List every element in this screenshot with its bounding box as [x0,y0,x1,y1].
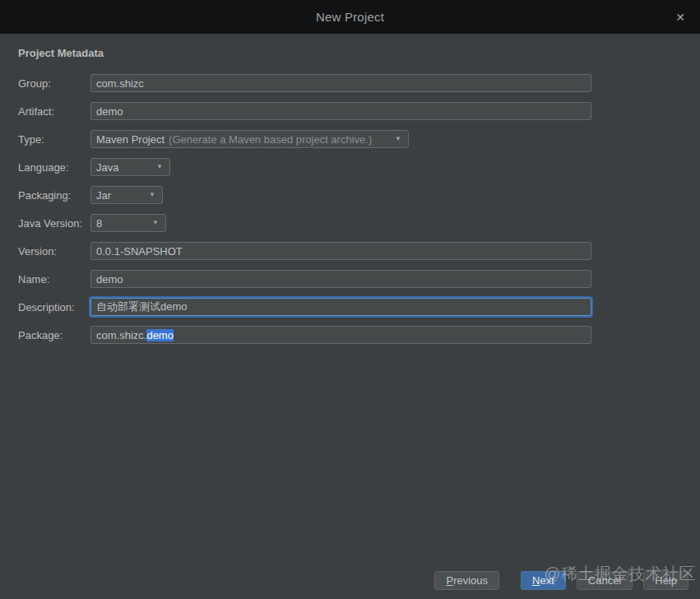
name-input[interactable]: demo [90,270,591,288]
help-button[interactable]: Help [643,571,688,590]
previous-button[interactable]: Previous [434,571,499,590]
java-version-row: Java Version: 8 ▼ [18,214,700,232]
chevron-down-icon: ▼ [395,136,401,142]
group-row: Group: com.shizc [18,74,700,92]
language-value: Java [96,161,118,174]
type-select[interactable]: Maven Project (Generate a Maven based pr… [90,130,409,148]
dialog-content: Project Metadata Group: com.shizc Artifa… [0,34,700,344]
dialog-titlebar: New Project ✕ [0,0,700,34]
artifact-input[interactable]: demo [90,102,591,120]
type-hint: (Generate a Maven based project archive.… [169,133,372,146]
group-input[interactable]: com.shizc [90,74,591,92]
java-version-label: Java Version: [18,217,90,230]
description-row: Description: 自动部署测试demo [18,298,700,316]
java-version-select[interactable]: 8 ▼ [90,214,166,232]
chevron-down-icon: ▼ [149,192,155,198]
language-label: Language: [18,161,90,174]
new-project-dialog: New Project ✕ Project Metadata Group: co… [0,0,700,599]
dialog-title: New Project [316,10,384,24]
description-input[interactable]: 自动部署测试demo [90,298,591,316]
chevron-down-icon: ▼ [156,164,163,170]
packaging-label: Packaging: [18,189,90,202]
package-input[interactable]: com.shizc.demo [90,326,591,344]
footer-buttons: Previous Next Cancel Help [434,571,688,590]
package-value-selected: demo [146,329,174,341]
version-input[interactable]: 0.0.1-SNAPSHOT [90,242,591,260]
packaging-row: Packaging: Jar ▼ [18,186,700,204]
description-label: Description: [18,301,90,313]
artifact-row: Artifact: demo [18,102,700,120]
description-value: 自动部署测试demo [96,300,188,314]
close-icon: ✕ [675,11,685,24]
package-row: Package: com.shizc.demo [18,326,700,344]
group-label: Group: [18,77,90,90]
cancel-button[interactable]: Cancel [577,571,633,590]
java-version-value: 8 [96,217,102,230]
type-row: Type: Maven Project (Generate a Maven ba… [18,130,700,148]
name-label: Name: [18,273,90,286]
section-title: Project Metadata [18,47,700,59]
artifact-label: Artifact: [18,105,90,118]
packaging-value: Jar [96,189,111,202]
type-label: Type: [18,133,90,146]
packaging-select[interactable]: Jar ▼ [90,186,163,204]
name-row: Name: demo [18,270,700,288]
package-label: Package: [18,329,90,341]
name-value: demo [96,273,123,286]
group-value: com.shizc [96,77,144,90]
version-row: Version: 0.0.1-SNAPSHOT [18,242,700,260]
version-label: Version: [18,245,90,258]
chevron-down-icon: ▼ [152,220,159,226]
type-value: Maven Project [96,133,165,146]
artifact-value: demo [96,105,123,118]
close-button[interactable]: ✕ [670,0,690,34]
version-value: 0.0.1-SNAPSHOT [96,245,183,258]
next-button[interactable]: Next [521,571,566,590]
package-value-prefix: com.shizc. [96,329,146,341]
language-select[interactable]: Java ▼ [90,158,170,176]
language-row: Language: Java ▼ [18,158,700,176]
